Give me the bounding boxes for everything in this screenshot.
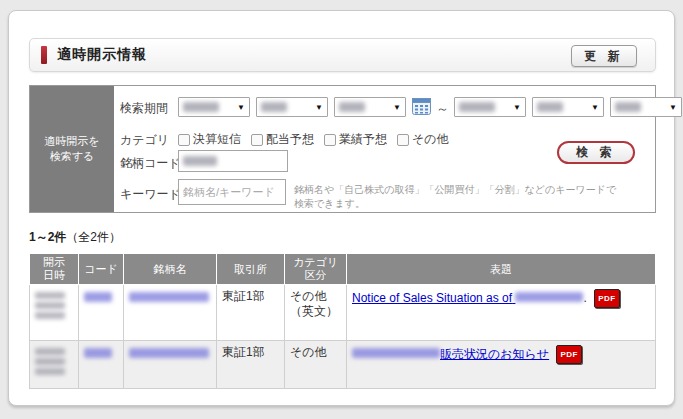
col-header-title: 表題	[347, 254, 656, 285]
cell-exchange: 東証1部	[217, 341, 285, 389]
table-row: 東証1部 その他 販売状況のお知らせ PDF	[30, 341, 656, 389]
checkbox-label: 決算短信	[193, 131, 241, 148]
search-button[interactable]: 検 索	[557, 141, 635, 164]
results-count: 1～2件（全2件）	[29, 229, 121, 246]
results-count-range: 1～2件	[29, 230, 66, 244]
disclosure-table: 開示日時 コード 銘柄名 取引所 カテゴリ区分 表題 東証1部 そ	[29, 253, 656, 389]
table-row: 東証1部 その他（英文） Notice of Sales Situation a…	[30, 285, 656, 341]
main-panel: 適時開示情報 更 新 適時開示を 検索する 検索期間 ▼ ▼ ▼	[8, 10, 675, 406]
stock-code-input[interactable]	[178, 150, 288, 172]
title-accent-bar	[41, 46, 47, 64]
checkbox-label: その他	[412, 131, 449, 148]
cell-title: 販売状況のお知らせ PDF	[347, 341, 656, 389]
cell-name-redacted[interactable]	[124, 285, 217, 341]
chevron-down-icon: ▼	[513, 103, 521, 112]
period-to-month-select[interactable]: ▼	[532, 97, 604, 117]
chevron-down-icon: ▼	[237, 103, 245, 112]
pdf-icon[interactable]: PDF	[556, 345, 582, 364]
cell-datetime-redacted	[30, 285, 79, 341]
disclosure-link[interactable]: Notice of Sales Situation as of	[352, 291, 583, 305]
page-header: 適時開示情報 更 新	[29, 38, 656, 72]
checkbox-icon[interactable]	[324, 134, 336, 146]
chevron-down-icon: ▼	[669, 103, 677, 112]
col-header-code: コード	[79, 254, 124, 285]
cell-category: その他	[285, 341, 347, 389]
checkbox-sonota[interactable]: その他	[397, 131, 449, 148]
cell-datetime-redacted	[30, 341, 79, 389]
checkbox-icon[interactable]	[251, 134, 263, 146]
chevron-down-icon: ▼	[315, 103, 323, 112]
period-separator: ～	[436, 100, 449, 118]
cell-name-redacted[interactable]	[124, 341, 217, 389]
col-header-name: 銘柄名	[124, 254, 217, 285]
disclosure-link[interactable]: 販売状況のお知らせ	[352, 347, 549, 361]
cell-category: その他（英文）	[285, 285, 347, 341]
keyword-input[interactable]	[178, 179, 286, 205]
keyword-label: キーワード	[120, 186, 181, 203]
pdf-icon[interactable]: PDF	[594, 289, 620, 308]
results-count-total: （全2件）	[66, 230, 121, 244]
checkbox-icon[interactable]	[178, 134, 190, 146]
side-label-line1: 適時開示を	[44, 134, 99, 149]
period-to-day-select[interactable]: ▼	[610, 97, 682, 117]
search-form: 適時開示を 検索する 検索期間 ▼ ▼ ▼	[29, 85, 656, 213]
checkbox-gyoseki-yoso[interactable]: 業績予想	[324, 131, 387, 148]
page-title: 適時開示情報	[57, 46, 147, 64]
cell-code-redacted[interactable]	[79, 341, 124, 389]
side-label-line2: 検索する	[50, 149, 95, 164]
stock-code-label: 銘柄コード	[120, 155, 181, 172]
period-label: 検索期間	[120, 100, 168, 117]
period-from-month-select[interactable]: ▼	[256, 97, 328, 117]
cell-exchange: 東証1部	[217, 285, 285, 341]
search-form-side-label: 適時開示を 検索する	[30, 86, 114, 212]
refresh-button[interactable]: 更 新	[571, 45, 637, 67]
cell-code-redacted[interactable]	[79, 285, 124, 341]
period-from-day-select[interactable]: ▼	[334, 97, 406, 117]
calendar-icon[interactable]	[412, 97, 431, 115]
checkbox-label: 配当予想	[266, 131, 314, 148]
period-from-year-select[interactable]: ▼	[178, 97, 250, 117]
category-label: カテゴリ	[120, 132, 169, 149]
chevron-down-icon: ▼	[393, 103, 401, 112]
checkbox-label: 業績予想	[339, 131, 387, 148]
keyword-help-line2: 検索できます。	[294, 197, 616, 211]
period-to-year-select[interactable]: ▼	[454, 97, 526, 117]
col-header-category: カテゴリ区分	[285, 254, 347, 285]
keyword-help-text: 銘柄名や「自己株式の取得」「公開買付」「分割」などのキーワードで 検索できます。	[294, 183, 616, 211]
checkbox-haito-yoso[interactable]: 配当予想	[251, 131, 314, 148]
checkbox-kessan-tanshin[interactable]: 決算短信	[178, 131, 241, 148]
chevron-down-icon: ▼	[591, 103, 599, 112]
col-header-exchange: 取引所	[217, 254, 285, 285]
checkbox-icon[interactable]	[397, 134, 409, 146]
keyword-help-line1: 銘柄名や「自己株式の取得」「公開買付」「分割」などのキーワードで	[294, 183, 616, 197]
col-header-datetime: 開示日時	[30, 254, 79, 285]
cell-title: Notice of Sales Situation as of . PDF	[347, 285, 656, 341]
